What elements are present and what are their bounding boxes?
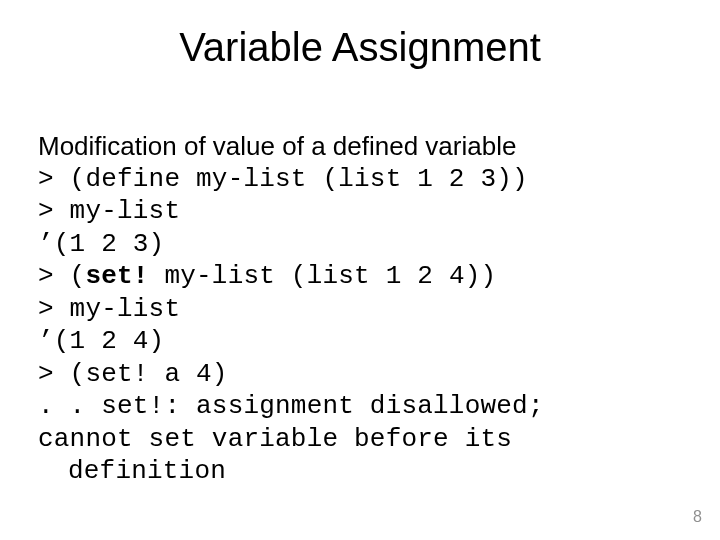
code-line-2: > my-list (38, 195, 682, 228)
code-line-8: . . set!: assignment disallowed; (38, 390, 682, 423)
slide: Variable Assignment Modification of valu… (0, 0, 720, 540)
slide-title: Variable Assignment (0, 25, 720, 70)
code-line-6: ’(1 2 4) (38, 325, 682, 358)
code-line-9: cannot set variable before its (38, 423, 682, 456)
code-line-4a: > ( (38, 261, 85, 291)
slide-body: Modification of value of a defined varia… (38, 130, 682, 488)
code-line-7: > (set! a 4) (38, 358, 682, 391)
intro-text: Modification of value of a defined varia… (38, 130, 682, 163)
code-line-3: ’(1 2 3) (38, 228, 682, 261)
code-line-4c: my-list (list 1 2 4)) (149, 261, 497, 291)
code-line-5: > my-list (38, 293, 682, 326)
page-number: 8 (693, 508, 702, 526)
code-line-1: > (define my-list (list 1 2 3)) (38, 163, 682, 196)
code-set-keyword: set! (85, 261, 148, 291)
code-line-10: definition (38, 455, 682, 488)
code-line-4: > (set! my-list (list 1 2 4)) (38, 260, 682, 293)
